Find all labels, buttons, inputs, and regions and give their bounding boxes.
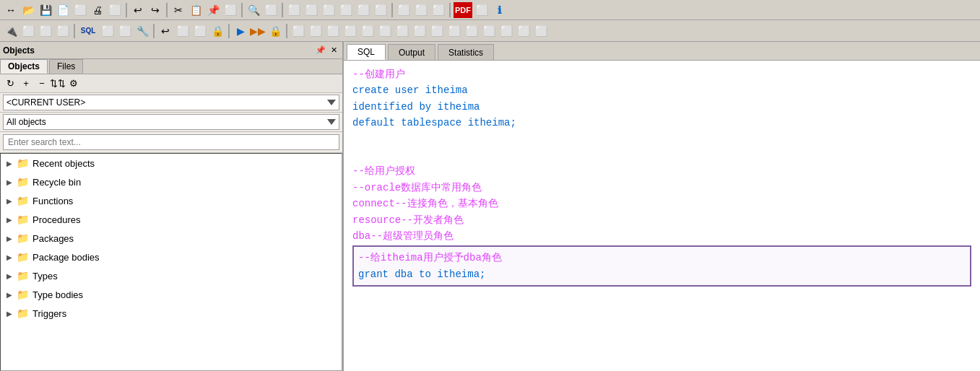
toolbar-btn-cut[interactable]: ✂ (170, 2, 186, 18)
toolbar-btn-r2-24[interactable]: ⬜ (533, 23, 549, 39)
toolbar-btn-3[interactable]: ⬜ (72, 2, 88, 18)
tab-sql[interactable]: SQL (347, 44, 386, 60)
filter-icon[interactable]: ⇅⇅ (51, 77, 65, 91)
toolbar-btn-9[interactable]: ⬜ (303, 2, 319, 18)
toolbar-btn-r2-5[interactable]: ⬜ (100, 23, 116, 39)
tree-label-type-bodies: Type bodies (32, 289, 83, 300)
tree-item-functions[interactable]: ▶ 📁 Functions (1, 191, 342, 210)
toolbar-btn-r2-21[interactable]: ⬜ (481, 23, 497, 39)
toolbar-btn-r2-lock2[interactable]: 🔒 (267, 23, 283, 39)
toolbar-btn-13[interactable]: ⬜ (373, 2, 389, 18)
toolbar-btn-r2-arrow2[interactable]: ▶▶ (250, 23, 266, 39)
toolbar-btn-r2-20[interactable]: ⬜ (464, 23, 480, 39)
sql-line-5 (352, 131, 971, 147)
toolbar-btn-arrow-left[interactable]: ↔ (3, 2, 19, 18)
tree-item-triggers[interactable]: ▶ 📁 Triggers (1, 304, 342, 323)
tree-item-type-bodies[interactable]: ▶ 📁 Type bodies (1, 285, 342, 304)
toolbar-btn-10[interactable]: ⬜ (321, 2, 337, 18)
arrow-procedures: ▶ (4, 216, 15, 224)
toolbar-btn-r2-9[interactable]: 🔒 (209, 23, 225, 39)
toolbar-btn-copy[interactable]: 📋 (188, 2, 204, 18)
tab-statistics[interactable]: Statistics (438, 44, 494, 60)
toolbar-btn-12[interactable]: ⬜ (355, 2, 371, 18)
toolbar-btn-14[interactable]: ⬜ (396, 2, 412, 18)
arrow-packages: ▶ (4, 235, 15, 243)
toolbar-btn-r2-3[interactable]: ⬜ (38, 23, 53, 39)
sep-5 (391, 3, 393, 17)
toolbar-btn-r2-sql[interactable]: SQL (78, 23, 98, 39)
toolbar-btn-17[interactable]: PDF (454, 2, 472, 18)
arrow-pkg-bodies: ▶ (4, 253, 15, 261)
search-input[interactable] (3, 134, 339, 150)
tree-item-procedures[interactable]: ▶ 📁 Procedures (1, 210, 342, 229)
minus-icon[interactable]: − (35, 77, 49, 91)
toolbar-btn-save[interactable]: 💾 (38, 2, 53, 18)
toolbar-btn-5[interactable]: ⬜ (107, 2, 123, 18)
toolbar-btn-8[interactable]: ⬜ (286, 2, 302, 18)
sep-2 (166, 3, 168, 17)
toolbar-btn-r2-12[interactable]: ⬜ (325, 23, 341, 39)
object-tree[interactable]: ▶ 📁 Recent objects ▶ 📁 Recycle bin ▶ 📁 F… (0, 153, 342, 371)
toolbar-btn-r2-14[interactable]: ⬜ (360, 23, 376, 39)
close-panel-icon[interactable]: ✕ (328, 45, 339, 56)
tree-label-recent: Recent objects (32, 158, 95, 169)
toolbar-btn-4[interactable]: 🖨 (90, 2, 105, 18)
toolbar-btn-r2-arrow1[interactable]: ▶ (233, 23, 248, 39)
toolbar-btn-open[interactable]: 📂 (20, 2, 36, 18)
toolbar-btn-15[interactable]: ⬜ (413, 2, 429, 18)
pin-icon[interactable]: 📌 (315, 45, 326, 56)
tab-files[interactable]: Files (49, 59, 83, 74)
sql-editor[interactable]: --创建用户 create user itheima identified by… (344, 61, 980, 371)
add-icon[interactable]: + (19, 77, 33, 91)
folder-pkg-bodies-icon: 📁 (15, 251, 30, 263)
toolbar-btn-r2-6[interactable]: ⬜ (117, 23, 133, 39)
tree-item-package-bodies[interactable]: ▶ 📁 Package bodies (1, 248, 342, 266)
all-objects-select[interactable]: All objects (3, 114, 339, 130)
toolbar-btn-r2-fwd[interactable]: ⬜ (175, 23, 191, 39)
refresh-icon[interactable]: ↻ (3, 77, 17, 91)
arrow-recycle: ▶ (4, 178, 15, 186)
toolbar-btn-r2-7[interactable]: 🔧 (134, 23, 150, 39)
toolbar-btn-7[interactable]: ⬜ (263, 2, 279, 18)
gear-icon[interactable]: ⚙ (66, 77, 81, 91)
sep-4 (282, 3, 283, 17)
toolbar-btn-r2-8[interactable]: ⬜ (192, 23, 208, 39)
toolbar-btn-r2-16[interactable]: ⬜ (394, 23, 410, 39)
folder-recent-icon: 📁 (15, 157, 30, 169)
toolbar-btn-find[interactable]: 🔍 (246, 2, 261, 18)
toolbar-btn-r2-13[interactable]: ⬜ (342, 23, 358, 39)
arrow-type-bodies: ▶ (4, 291, 15, 299)
tree-item-recent[interactable]: ▶ 📁 Recent objects (1, 154, 342, 173)
toolbar-btn-r2-22[interactable]: ⬜ (498, 23, 514, 39)
toolbar-btn-16[interactable]: ⬜ (430, 2, 446, 18)
toolbar-btn-paste[interactable]: 📌 (205, 2, 221, 18)
toolbar-btn-r2-2[interactable]: ⬜ (20, 23, 36, 39)
toolbar-btn-conn[interactable]: 🔌 (3, 23, 19, 39)
toolbar-btn-11[interactable]: ⬜ (338, 2, 354, 18)
toolbar-btn-r2-4[interactable]: ⬜ (55, 23, 71, 39)
tree-label-triggers: Triggers (32, 308, 66, 319)
tab-output[interactable]: Output (388, 44, 435, 60)
toolbar-btn-r2-back[interactable]: ↩ (157, 23, 173, 39)
tree-item-packages[interactable]: ▶ 📁 Packages (1, 229, 342, 248)
tab-objects[interactable]: Objects (0, 59, 48, 74)
toolbar-btn-info[interactable]: ℹ (491, 2, 507, 18)
toolbar-btn-18[interactable]: ⬜ (474, 2, 490, 18)
tree-item-types[interactable]: ▶ 📁 Types (1, 266, 342, 285)
sql-line-11: dba--超级管理员角色 (352, 228, 971, 244)
toolbar-btn-r2-15[interactable]: ⬜ (377, 23, 393, 39)
sql-selected-block[interactable]: --给itheima用户授予dba角色 grant dba to itheima… (352, 245, 971, 287)
toolbar-btn-6[interactable]: ⬜ (222, 2, 238, 18)
toolbar-btn-r2-18[interactable]: ⬜ (429, 23, 445, 39)
toolbar-btn-r2-17[interactable]: ⬜ (412, 23, 428, 39)
tree-item-recycle[interactable]: ▶ 📁 Recycle bin (1, 173, 342, 191)
toolbar-btn-r2-19[interactable]: ⬜ (446, 23, 462, 39)
toolbar-btn-undo[interactable]: ↩ (130, 2, 146, 18)
current-user-select[interactable]: <CURRENT USER> (3, 95, 339, 110)
toolbar-btn-redo[interactable]: ↪ (147, 2, 163, 18)
toolbar-btn-r2-23[interactable]: ⬜ (516, 23, 532, 39)
toolbar-btn-r2-11[interactable]: ⬜ (308, 23, 324, 39)
toolbar-btn-r2-10[interactable]: ⬜ (290, 23, 306, 39)
toolbar-btn-2[interactable]: 📄 (55, 2, 71, 18)
tree-label-procedures: Procedures (32, 214, 80, 225)
